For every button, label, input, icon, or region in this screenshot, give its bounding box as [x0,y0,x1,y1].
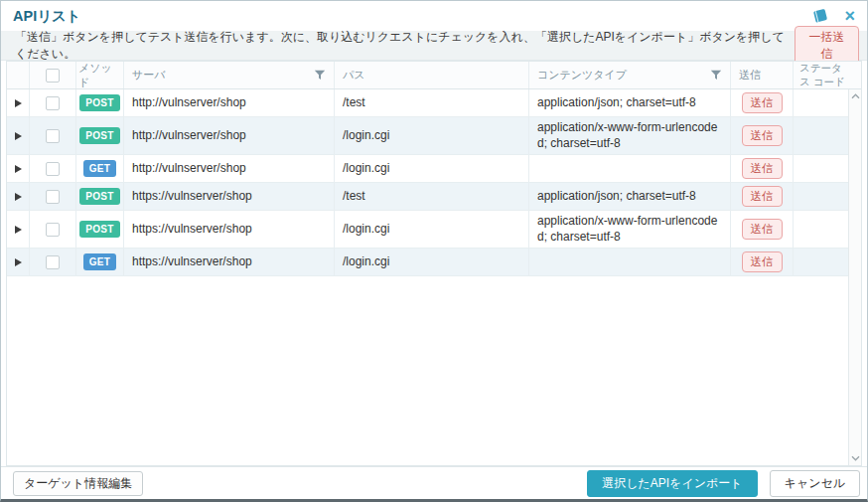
method-badge: GET [83,160,116,177]
page-title: APIリスト [13,7,81,26]
header-method: メソッド [76,62,124,88]
expand-cell [7,249,30,275]
path-cell: /login.cgi [335,249,529,275]
footer-bar: ターゲット情報編集 選択したAPIをインポート キャンセル [1,466,867,499]
server-cell: http://vulnserver/shop [124,117,335,154]
server-cell: https://vulnserver/shop [124,183,335,210]
expand-arrow-icon[interactable] [15,99,22,107]
checkbox-cell [30,211,76,248]
send-cell: 送信 [731,249,794,275]
method-cell: POST [76,89,124,116]
expand-cell [7,211,30,248]
send-cell: 送信 [731,211,794,248]
expand-cell [7,89,30,116]
send-button[interactable]: 送信 [742,186,783,207]
filter-icon[interactable] [710,70,722,81]
title-icons: × [811,7,855,25]
table-row: POSThttp://vulnserver/shop/testapplicati… [7,89,848,117]
content-type-cell: application/json; charset=utf-8 [529,183,731,210]
header-status-code: ステータス コード [794,62,848,88]
cancel-button[interactable]: キャンセル [770,470,860,497]
content-type-cell [529,249,731,275]
expand-arrow-icon[interactable] [15,226,22,234]
status-code-cell [794,117,848,154]
vertical-scrollbar[interactable] [848,89,861,465]
expand-cell [7,155,30,182]
batch-send-button[interactable]: 一括送信 [795,26,859,66]
content-type-cell: application/json; charset=utf-8 [529,89,731,116]
method-cell: POST [76,117,124,154]
header-content-type: コンテンツタイプ [529,62,731,88]
status-code-cell [794,183,848,210]
send-button[interactable]: 送信 [742,125,783,146]
expand-arrow-icon[interactable] [15,132,22,140]
send-button[interactable]: 送信 [742,219,783,240]
content-type-cell [529,155,731,182]
api-list-dialog: APIリスト × 「送信」ボタンを押してテスト送信を行います。次に、取り込むリク… [0,0,868,502]
row-checkbox[interactable] [46,223,60,237]
server-cell: https://vulnserver/shop [124,249,335,275]
target-info-edit-button[interactable]: ターゲット情報編集 [13,471,143,496]
method-cell: POST [76,183,124,210]
api-table: メソッド サーバ パス コンテンツタイプ 送信 ステータス コード POSTht… [6,61,862,466]
header-expand [7,62,30,88]
table-header-row: メソッド サーバ パス コンテンツタイプ 送信 ステータス コード [7,62,861,89]
table-row: POSThttps://vulnserver/shop/login.cgiapp… [7,211,848,249]
checkbox-cell [30,183,76,210]
checkbox-cell [30,249,76,275]
content-type-cell: application/x-www-form-urlencoded; chars… [529,117,731,154]
row-checkbox[interactable] [46,162,60,176]
header-path: パス [335,62,529,88]
scroll-up-icon[interactable] [851,93,860,99]
method-badge: POST [79,188,119,205]
select-all-checkbox[interactable] [46,69,60,83]
row-checkbox[interactable] [46,129,60,143]
status-code-cell [794,211,848,248]
server-cell: https://vulnserver/shop [124,211,335,248]
header-server-label: サーバ [132,68,166,83]
import-selected-api-button[interactable]: 選択したAPIをインポート [587,470,757,497]
method-cell: GET [76,155,124,182]
table-row: GEThttps://vulnserver/shop/login.cgi送信 [7,249,848,276]
checkbox-cell [30,117,76,154]
header-send: 送信 [731,62,794,88]
row-checkbox[interactable] [46,190,60,204]
expand-arrow-icon[interactable] [15,258,22,266]
expand-arrow-icon[interactable] [15,165,22,173]
checkbox-cell [30,89,76,116]
send-cell: 送信 [731,183,794,210]
title-bar: APIリスト × [1,1,867,31]
filter-icon[interactable] [314,70,326,81]
manual-book-icon[interactable] [811,8,830,25]
send-button[interactable]: 送信 [742,158,783,179]
instruction-bar: 「送信」ボタンを押してテスト送信を行います。次に、取り込むリクエストにチェックを… [1,31,867,61]
table-row: POSThttp://vulnserver/shop/login.cgiappl… [7,117,848,155]
server-cell: http://vulnserver/shop [124,89,335,116]
send-cell: 送信 [731,155,794,182]
header-checkbox-cell [30,62,76,88]
table-row: GEThttp://vulnserver/shop/login.cgi送信 [7,155,848,183]
header-server: サーバ [124,62,335,88]
send-button[interactable]: 送信 [742,92,783,113]
method-badge: POST [79,127,119,144]
row-checkbox[interactable] [46,96,60,110]
method-cell: POST [76,211,124,248]
send-cell: 送信 [731,117,794,154]
path-cell: /login.cgi [335,117,529,154]
method-cell: GET [76,249,124,275]
status-code-cell [794,249,848,275]
header-content-type-label: コンテンツタイプ [537,68,627,83]
path-cell: /test [335,183,529,210]
server-cell: http://vulnserver/shop [124,155,335,182]
table-body: POSThttp://vulnserver/shop/testapplicati… [7,89,848,276]
send-cell: 送信 [731,89,794,116]
send-button[interactable]: 送信 [742,251,783,272]
instruction-text: 「送信」ボタンを押してテスト送信を行います。次に、取り込むリクエストにチェックを… [15,29,795,63]
row-checkbox[interactable] [46,255,60,269]
status-code-cell [794,89,848,116]
expand-arrow-icon[interactable] [15,193,22,201]
close-icon[interactable]: × [844,7,855,25]
scroll-down-icon[interactable] [851,455,860,461]
method-badge: GET [83,253,116,270]
path-cell: /login.cgi [335,211,529,248]
